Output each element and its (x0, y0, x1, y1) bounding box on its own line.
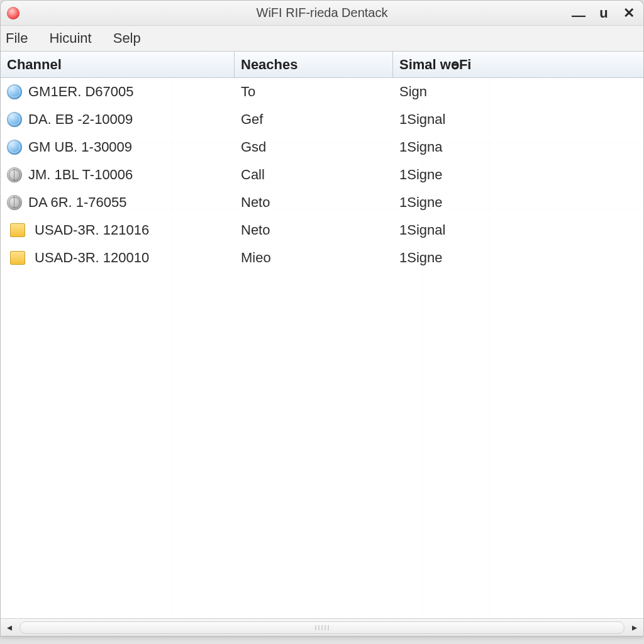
close-button[interactable]: ✕ (622, 6, 636, 20)
channel-label: DA. EB -2-10009 (28, 111, 133, 128)
scroll-right-button[interactable]: ▸ (626, 619, 643, 636)
cell-simal: 1Signe (393, 167, 643, 183)
cell-channel: USAD-3R. 120010 (1, 250, 235, 266)
col-header-simal[interactable]: Simal wɵFi (393, 52, 643, 77)
globe-icon (7, 84, 22, 99)
cell-simal: 1Signe (393, 194, 643, 211)
channel-label: USAD-3R. 120010 (35, 250, 149, 266)
menu-hicuint[interactable]: Hicuint (49, 30, 91, 47)
table-row[interactable]: DA. EB -2-10009Gef1Signal (1, 106, 643, 133)
cell-simal: 1Signal (393, 222, 643, 238)
net-icon (7, 167, 22, 182)
globe-icon (7, 140, 22, 155)
cell-simal: Sign (393, 84, 643, 100)
folder-icon (10, 223, 25, 237)
scroll-left-button[interactable]: ◂ (1, 619, 18, 636)
table-header: Channel Neaches Simal wɵFi (1, 52, 643, 78)
channel-label: JM. 1BL T-10006 (28, 167, 133, 183)
cell-channel: GM1ER. D67005 (1, 84, 235, 100)
cell-channel: DA 6R. 1-76055 (1, 194, 235, 211)
folder-icon (10, 251, 25, 265)
titlebar[interactable]: WiFI RIF-rieda Dentack — u ✕ (1, 1, 643, 26)
cell-neaches: Gef (235, 111, 393, 128)
cell-simal: 1Signa (393, 139, 643, 155)
app-icon (7, 7, 19, 19)
channel-label: GM UB. 1-30009 (28, 139, 132, 155)
col-header-channel[interactable]: Channel (1, 52, 235, 77)
channel-label: DA 6R. 1-76055 (28, 194, 127, 211)
table-row[interactable]: USAD-3R. 120010Mieo1Signe (1, 244, 643, 272)
scroll-track[interactable] (19, 621, 625, 634)
cell-neaches: Neto (235, 222, 393, 238)
table-row[interactable]: JM. 1BL T-10006Call1Signe (1, 161, 643, 189)
cell-channel: USAD-3R. 121016 (1, 222, 235, 238)
net-icon (7, 195, 22, 210)
network-table: Channel Neaches Simal wɵFi GM1ER. D67005… (1, 51, 643, 618)
table-row[interactable]: GM UB. 1-30009Gsd1Signa (1, 133, 643, 161)
cell-neaches: Neto (235, 194, 393, 211)
cell-neaches: Gsd (235, 139, 393, 155)
cell-neaches: Mieo (235, 250, 393, 266)
cell-channel: DA. EB -2-10009 (1, 111, 235, 128)
col-header-neaches[interactable]: Neaches (235, 52, 393, 77)
table-body[interactable]: GM1ER. D67005ToSignDA. EB -2-10009Gef1Si… (1, 78, 643, 618)
table-row[interactable]: GM1ER. D67005ToSign (1, 78, 643, 106)
horizontal-scrollbar[interactable]: ◂ ▸ (1, 618, 643, 636)
maximize-button[interactable]: u (597, 6, 611, 20)
cell-channel: JM. 1BL T-10006 (1, 167, 235, 183)
channel-label: USAD-3R. 121016 (35, 222, 149, 238)
window-controls: — u ✕ (572, 6, 643, 20)
window-title: WiFI RIF-rieda Dentack (1, 6, 643, 20)
menubar: File Hicuint Selp (1, 26, 643, 51)
table-row[interactable]: USAD-3R. 121016Neto1Signal (1, 216, 643, 244)
menu-selp[interactable]: Selp (113, 30, 141, 47)
scroll-grip-icon (315, 625, 329, 630)
table-row[interactable]: DA 6R. 1-76055Neto1Signe (1, 189, 643, 216)
cell-simal: 1Signal (393, 111, 643, 128)
cell-neaches: Call (235, 167, 393, 183)
menu-file[interactable]: File (6, 30, 28, 47)
cell-neaches: To (235, 84, 393, 100)
cell-channel: GM UB. 1-30009 (1, 139, 235, 155)
minimize-button[interactable]: — (572, 9, 586, 23)
app-window: WiFI RIF-rieda Dentack — u ✕ File Hicuin… (0, 0, 644, 636)
channel-label: GM1ER. D67005 (28, 84, 134, 100)
globe-icon (7, 112, 22, 127)
cell-simal: 1Signe (393, 250, 643, 266)
